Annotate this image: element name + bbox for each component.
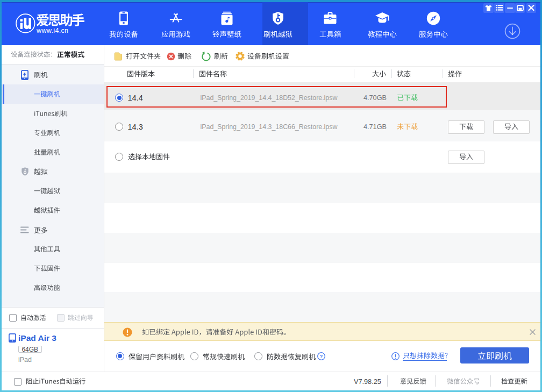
svg-text:?: ? xyxy=(320,353,323,359)
